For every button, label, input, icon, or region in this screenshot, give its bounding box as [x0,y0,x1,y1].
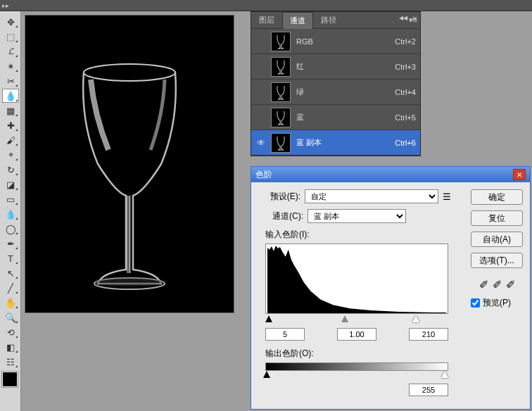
close-button[interactable]: ✕ [513,169,526,180]
blur-tool[interactable]: 💧 [2,207,19,221]
stamp-tool[interactable]: ⌖ [2,148,19,162]
channel-shortcut: Ctrl+4 [395,88,416,96]
preview-checkbox-input[interactable] [471,298,480,308]
gamma-slider[interactable] [341,315,348,322]
channel-row-绿[interactable]: 绿 Ctrl+4 [251,80,420,105]
preset-label: 预设(E): [258,191,300,203]
ruler-tool[interactable]: ▦ [2,103,19,118]
notes-tool[interactable]: ☷ [2,355,19,369]
channel-thumbnail [271,32,291,51]
svg-point-2 [96,278,163,286]
eyedropper-gray-icon[interactable]: ✐ [493,278,502,291]
input-black-field[interactable] [265,328,305,341]
channel-row-红[interactable]: 红 Ctrl+3 [251,54,420,80]
channel-name: 绿 [296,87,395,97]
input-levels-label: 输入色阶(I): [265,229,455,241]
preset-menu-icon[interactable]: ☰ [443,191,451,202]
visibility-icon[interactable]: 👁 [255,137,267,148]
crop-tool[interactable]: ✂ [2,74,19,88]
eyedropper-black-icon[interactable]: ✐ [479,278,488,291]
eraser-tool[interactable]: ◪ [2,177,19,191]
black-point-slider[interactable] [265,315,272,322]
output-black-slider[interactable] [263,371,270,378]
channel-shortcut: Ctrl+6 [395,139,416,147]
close-icon[interactable]: ✕ [412,15,417,23]
cancel-button[interactable]: 复位 [471,210,523,226]
type-tool[interactable]: T [2,251,19,265]
healing-tool[interactable]: ✚ [2,118,19,132]
wand-tool[interactable]: ✴ [2,59,19,73]
dialog-title: 色阶 [255,169,272,181]
channel-name: RGB [296,37,395,46]
channel-label: 通道(C): [265,210,303,222]
tab-channels[interactable]: 通道 [282,12,313,29]
svg-point-0 [84,64,175,81]
document-canvas[interactable] [25,15,234,312]
eyedropper-tool[interactable]: 💧 [2,89,19,103]
input-white-field[interactable] [409,328,448,341]
input-gamma-field[interactable] [337,328,376,341]
histogram [265,244,448,314]
output-white-field[interactable] [409,384,448,396]
wineglass-image [59,30,200,298]
output-slider[interactable] [265,371,448,381]
options-button[interactable]: 选项(T)... [471,253,523,268]
rotate-tool[interactable]: ⟲ [2,325,19,339]
output-gradient [265,362,448,371]
ok-button[interactable]: 确定 [471,189,523,205]
channel-name: 蓝 [296,112,395,122]
collapse-icon[interactable]: ◀◀ [399,15,407,21]
visibility-icon[interactable] [255,36,267,47]
dodge-tool[interactable]: ◯ [2,222,19,236]
channel-row-蓝[interactable]: 蓝 Ctrl+5 [251,105,420,130]
channel-thumbnail [271,82,291,102]
channel-thumbnail [271,57,291,77]
channel-thumbnail [271,108,291,127]
channel-shortcut: Ctrl+5 [395,113,416,122]
foreground-swatch[interactable] [2,372,18,387]
visibility-icon[interactable] [255,61,267,72]
output-white-slider[interactable] [441,371,448,378]
history-brush-tool[interactable]: ↻ [2,163,19,177]
eyedropper-white-icon[interactable]: ✐ [506,278,515,291]
tab-paths[interactable]: 路径 [313,11,344,29]
channel-shortcut: Ctrl+2 [395,37,416,46]
white-point-slider[interactable] [412,315,419,322]
output-levels-label: 输出色阶(O): [265,348,455,360]
channel-shortcut: Ctrl+3 [395,63,416,71]
tab-layers[interactable]: 图层 [251,11,282,29]
3d-tool[interactable]: ◧ [2,340,19,354]
hand-tool[interactable]: ✋ [2,296,19,310]
move-tool[interactable]: ✥ [2,15,19,29]
channel-thumbnail [271,133,291,153]
toolbox: ✥ ⬚ 𝓛 ✴ ✂ 💧 ▦ ✚ 🖌 ⌖ ↻ ◪ ▭ 💧 ◯ ✒ T ↖ ╱ ✋ … [0,11,21,411]
gradient-tool[interactable]: ▭ [2,192,19,206]
zoom-tool[interactable]: 🔍 [2,310,19,324]
channel-name: 红 [296,61,395,72]
levels-dialog: 色阶 ✕ 预设(E): 自定 ☰ 通道(C): 蓝 副本 输入色阶(I): [251,166,531,410]
canvas-area [21,11,246,321]
pen-tool[interactable]: ✒ [2,236,19,251]
channel-row-蓝 副本[interactable]: 👁 蓝 副本 Ctrl+6 [251,130,420,156]
marquee-tool[interactable]: ⬚ [2,30,19,44]
preview-checkbox[interactable]: 预览(P) [471,297,523,309]
channels-panel: ◀◀ ✕ 图层 通道 路径 ▾≡ RGB Ctrl+2 红 Ctrl+3 绿 C… [251,11,421,156]
channel-row-RGB[interactable]: RGB Ctrl+2 [251,29,420,54]
preset-select[interactable]: 自定 [305,189,438,203]
line-tool[interactable]: ╱ [2,281,19,295]
auto-button[interactable]: 自动(A) [471,232,523,247]
channel-select[interactable]: 蓝 副本 [308,209,406,223]
visibility-icon[interactable] [255,87,267,98]
expand-panels-icon[interactable]: ▸▸ [0,0,11,11]
brush-tool[interactable]: 🖌 [2,133,19,147]
channel-name: 蓝 副本 [296,137,395,148]
input-slider[interactable] [265,315,448,325]
lasso-tool[interactable]: 𝓛 [2,44,19,58]
visibility-icon[interactable] [255,112,267,123]
path-select-tool[interactable]: ↖ [2,266,19,280]
